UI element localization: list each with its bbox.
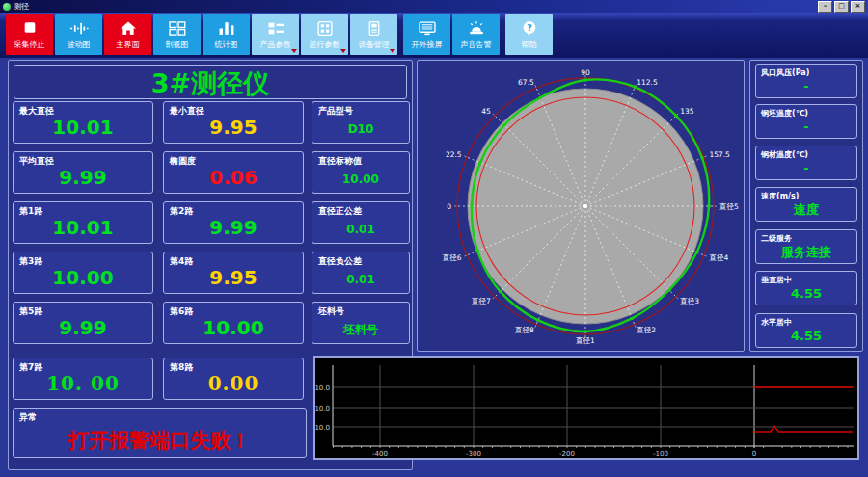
toolbar-button-label: 统计图 xyxy=(215,40,238,50)
field-value: 9.99 xyxy=(14,316,152,339)
svg-text:直径4: 直径4 xyxy=(708,253,728,262)
toolbar-button-sound-alarm[interactable]: 声音告警 xyxy=(452,14,500,55)
svg-text:直径8: 直径8 xyxy=(514,326,534,334)
minimize-button[interactable]: – xyxy=(818,1,832,13)
gauge-title: 3#测径仪 xyxy=(14,65,407,99)
svg-text:-100: -100 xyxy=(653,450,668,458)
help-icon: ? xyxy=(519,20,540,37)
toolbar-button-statistics-chart[interactable]: 统计图 xyxy=(203,14,250,55)
toolbar-button-label: 开外接屏 xyxy=(412,40,443,50)
svg-text:直径7: 直径7 xyxy=(471,297,491,305)
product-params-icon xyxy=(265,20,286,37)
toolbar-button-label: 运行参数 xyxy=(310,40,340,50)
monitor-icon xyxy=(417,20,438,37)
svg-text:直径2: 直径2 xyxy=(636,326,656,334)
toolbar-button-section-view[interactable]: 剖视图 xyxy=(153,14,201,55)
toolbar: 采集停止 波动图 主界面 剖视图 统计图 产品参数 运行参数 设备管理 开外接屏… xyxy=(0,13,868,58)
device-manage-icon xyxy=(364,20,385,37)
toolbar-button-external-screen[interactable]: 开外接屏 xyxy=(403,14,450,55)
field-nominal-diameter: 直径标称值 10.00 xyxy=(312,151,410,194)
svg-text:22.5: 22.5 xyxy=(446,150,462,159)
field-value: 9.99 xyxy=(164,216,303,239)
field-max-diameter: 最大直径 10.01 xyxy=(13,101,153,144)
dropdown-arrow-icon xyxy=(390,49,395,53)
field-channel-2: 第2路 9.99 xyxy=(163,201,304,244)
field-label: 直径标称值 xyxy=(312,152,409,168)
field-billet-temperature: 钢坯温度(℃) - xyxy=(755,104,857,139)
field-minus-tolerance: 直径负公差 0.01 xyxy=(312,252,410,294)
field-value: 坯料号 xyxy=(312,322,409,337)
window-title: 测径 xyxy=(14,1,816,13)
barchart-icon xyxy=(216,20,237,37)
svg-text:10.0: 10.0 xyxy=(315,424,330,432)
home-icon xyxy=(118,20,139,37)
field-label: 垂直居中 xyxy=(756,272,856,285)
field-channel-7: 第7路 10. 00 xyxy=(13,358,153,400)
diameter-gauge-app: { "window": {"title": "测径", "minimize": … xyxy=(0,0,868,477)
maximize-button[interactable]: □ xyxy=(834,1,849,13)
field-value: 10.00 xyxy=(164,316,303,339)
field-channel-4: 第4路 9.95 xyxy=(163,252,304,294)
toolbar-button-product-params[interactable]: 产品参数 xyxy=(252,14,299,55)
dropdown-arrow-icon xyxy=(291,49,297,53)
svg-text:直径6: 直径6 xyxy=(442,253,462,262)
field-product-model: 产品型号 D10 xyxy=(312,101,410,144)
field-value: 0.06 xyxy=(164,166,303,189)
field-label: 二级服务 xyxy=(756,230,856,244)
field-min-diameter: 最小直径 9.95 xyxy=(163,101,304,144)
close-button[interactable]: × xyxy=(851,1,865,13)
stop-icon xyxy=(19,20,41,37)
toolbar-button-device-management[interactable]: 设备管理 xyxy=(350,14,397,55)
toolbar-button-label: 波动图 xyxy=(68,40,91,50)
toolbar-button-main-screen[interactable]: 主界面 xyxy=(104,14,151,55)
field-label: 产品型号 xyxy=(312,102,409,118)
field-value: 9.99 xyxy=(14,166,152,189)
field-label: 钢材温度(℃) xyxy=(756,146,856,160)
toolbar-button-fluctuation-chart[interactable]: 波动图 xyxy=(55,14,102,55)
alarm-box: 异常 打开报警端口失败！ xyxy=(13,408,307,458)
field-channel-1: 第1路 10.01 xyxy=(13,201,153,244)
toolbar-button-label: 设备管理 xyxy=(359,40,390,50)
dropdown-arrow-icon xyxy=(340,49,346,53)
field-label: 水平居中 xyxy=(756,314,856,328)
svg-text:-400: -400 xyxy=(372,450,388,458)
field-value: - xyxy=(756,119,856,134)
field-value: 10.01 xyxy=(14,116,152,139)
field-value: 4.55 xyxy=(756,286,856,301)
field-value: 0.00 xyxy=(164,372,303,395)
toolbar-button-label: 采集停止 xyxy=(14,40,45,50)
field-value: 4.55 xyxy=(756,329,856,343)
toolbar-button-run-params[interactable]: 运行参数 xyxy=(301,14,348,55)
field-plus-tolerance: 直径正公差 0.01 xyxy=(312,201,410,244)
field-channel-3: 第3路 10.00 xyxy=(13,252,153,294)
field-channel-8: 第8路 0.00 xyxy=(163,358,304,400)
svg-text:10.0: 10.0 xyxy=(315,384,330,392)
alarm-message: 打开报警端口失败！ xyxy=(14,427,306,454)
field-value: 服务连接 xyxy=(756,245,856,259)
toolbar-button-label: 产品参数 xyxy=(260,40,291,50)
toolbar-button-help[interactable]: ? 帮助 xyxy=(505,14,553,55)
trend-chart: -400-300-200-100010.010.010.0 xyxy=(315,358,857,458)
alarm-label: 异常 xyxy=(14,409,306,424)
svg-text:直径3: 直径3 xyxy=(679,297,699,305)
field-channel-5: 第5路 9.99 xyxy=(13,302,153,344)
svg-text:112.5: 112.5 xyxy=(637,78,658,87)
toolbar-button-stop-acquisition[interactable]: 采集停止 xyxy=(6,14,53,55)
toolbar-button-label: 剖视图 xyxy=(166,40,189,50)
cross-section-chart: 022.54567.590112.5135157.5直径5直径4直径3直径2直径… xyxy=(418,61,744,351)
field-value: 10.00 xyxy=(312,172,409,187)
svg-text:135: 135 xyxy=(680,107,694,116)
field-value: 速度 xyxy=(756,202,856,217)
svg-text:90: 90 xyxy=(581,68,590,77)
status-panel: 风口风压(Pa) - 钢坯温度(℃) - 钢材温度(℃) - 速度(m/s) 速… xyxy=(749,60,863,352)
svg-text:?: ? xyxy=(527,22,532,33)
toolbar-button-label: 帮助 xyxy=(522,40,537,50)
svg-text:直径5: 直径5 xyxy=(719,202,739,211)
field-label: 钢坯温度(℃) xyxy=(756,105,856,119)
field-value: 10. 00 xyxy=(14,372,152,395)
run-params-icon xyxy=(314,20,336,37)
field-billet-number: 坯料号 坯料号 xyxy=(312,302,410,344)
svg-text:10.0: 10.0 xyxy=(315,405,330,412)
field-label: 直径负公差 xyxy=(312,252,409,268)
field-label: 速度(m/s) xyxy=(756,188,856,201)
